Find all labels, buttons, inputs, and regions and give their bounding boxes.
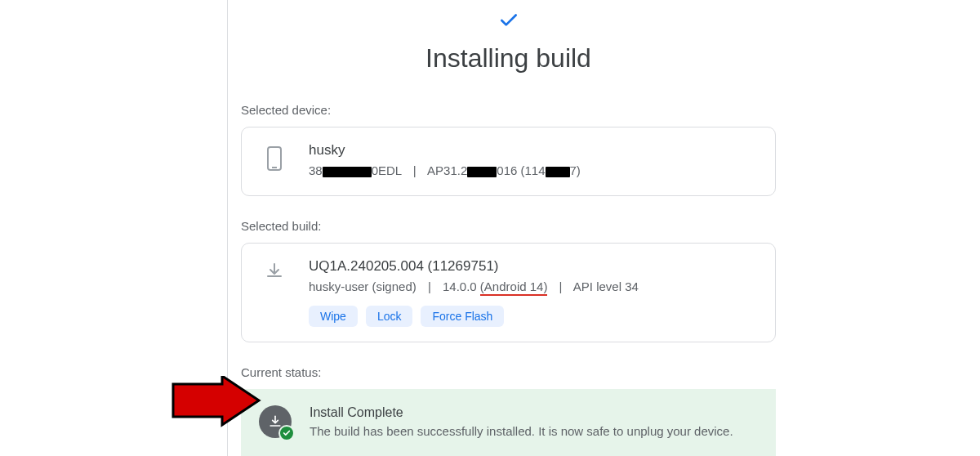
main-content: Installing build Selected device: husky … — [241, 0, 776, 456]
api-level: API level 34 — [573, 279, 639, 293]
build-details: husky-user (signed) | 14.0.0 (Android 14… — [309, 278, 759, 297]
left-divider — [227, 0, 228, 456]
chip-wipe[interactable]: Wipe — [309, 306, 358, 327]
chip-lock[interactable]: Lock — [366, 306, 413, 327]
chip-force-flash[interactable]: Force Flash — [421, 306, 504, 327]
redacted — [467, 167, 497, 177]
build-variant: husky-user (signed) — [309, 279, 416, 293]
redacted — [323, 167, 372, 177]
download-icon — [258, 258, 291, 281]
status-body: Install Complete The build has been succ… — [310, 405, 733, 440]
separator: | — [428, 279, 431, 293]
device-name: husky — [309, 142, 759, 159]
build-version: 14.0.0 — [443, 279, 477, 293]
separator: | — [413, 163, 416, 177]
device-build-prefix: AP31.2 — [427, 163, 467, 177]
build-card: UQ1A.240205.004 (11269751) husky-user (s… — [241, 243, 776, 343]
check-icon — [498, 10, 519, 37]
device-details: 380EDL | AP31.2016 (1147) — [309, 162, 759, 181]
device-paren-prefix: (114 — [521, 163, 546, 177]
svg-rect-0 — [268, 147, 281, 170]
separator: | — [559, 279, 563, 293]
page-title: Installing build — [241, 43, 776, 74]
device-paren-suffix: 7) — [570, 163, 581, 177]
device-serial-suffix: 0EDL — [372, 163, 402, 177]
status-title: Install Complete — [310, 405, 733, 420]
device-build-mid: 016 — [497, 163, 517, 177]
device-card: husky 380EDL | AP31.2016 (1147) — [241, 127, 776, 196]
build-chips: Wipe Lock Force Flash — [309, 306, 759, 327]
device-card-body: husky 380EDL | AP31.2016 (1147) — [309, 142, 759, 181]
redacted — [546, 167, 570, 177]
build-section-label: Selected build: — [241, 219, 776, 233]
phone-icon — [258, 142, 291, 172]
build-card-body: UQ1A.240205.004 (11269751) husky-user (s… — [309, 258, 759, 328]
status-section-label: Current status: — [241, 365, 776, 379]
status-icon — [259, 405, 292, 438]
device-section-label: Selected device: — [241, 103, 776, 117]
status-message: The build has been successfully installe… — [310, 422, 733, 440]
header: Installing build — [241, 0, 776, 74]
success-badge-icon — [278, 425, 295, 441]
android-version: (Android 14) — [480, 279, 548, 296]
device-serial-prefix: 38 — [309, 163, 323, 177]
status-box: Install Complete The build has been succ… — [241, 389, 776, 456]
build-id: UQ1A.240205.004 (11269751) — [309, 258, 759, 275]
